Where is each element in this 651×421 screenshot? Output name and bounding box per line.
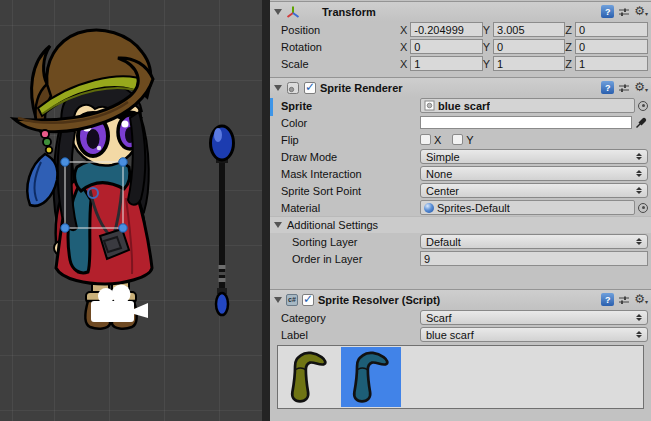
flip-x-label: X — [434, 134, 441, 146]
eyedropper-icon[interactable] — [635, 116, 648, 129]
sprite-sort-point-dropdown[interactable]: Center — [420, 183, 648, 198]
component-enabled-checkbox[interactable] — [304, 82, 316, 94]
selection-handle[interactable] — [61, 158, 69, 166]
help-icon[interactable]: ? — [601, 81, 614, 94]
gear-icon[interactable]: ⚙▾ — [634, 81, 648, 94]
help-icon[interactable]: ? — [601, 5, 614, 18]
draw-mode-dropdown[interactable]: Simple — [420, 149, 648, 164]
draw-mode-value: Simple — [426, 151, 460, 163]
thumbnail-blue-scarf-selected[interactable] — [341, 347, 401, 407]
thumbnail-green-scarf[interactable] — [279, 347, 339, 407]
draw-mode-label: Draw Mode — [281, 151, 420, 163]
selection-handle[interactable] — [119, 158, 127, 166]
dropdown-arrow-icon — [636, 331, 642, 338]
color-row: Color — [270, 114, 651, 131]
category-value: Scarf — [426, 312, 452, 324]
inspector-panel: Transform ? ⚙▾ Position X Y Z Rotation X… — [270, 0, 651, 421]
mask-interaction-label: Mask Interaction — [281, 168, 420, 180]
transform-icon — [286, 5, 300, 19]
gear-icon[interactable]: ⚙▾ — [634, 293, 648, 306]
prefab-override-bar — [270, 98, 273, 116]
mask-interaction-dropdown[interactable]: None — [420, 166, 648, 181]
transform-header[interactable]: Transform ? ⚙▾ — [270, 1, 651, 21]
position-x-field[interactable] — [410, 22, 482, 37]
material-label: Material — [281, 202, 420, 214]
rotation-y-field[interactable] — [493, 39, 565, 54]
flip-label: Flip — [281, 134, 420, 146]
foldout-icon[interactable] — [274, 297, 282, 303]
sorting-layer-label: Sorting Layer — [281, 236, 420, 248]
sprite-value: blue scarf — [438, 100, 490, 112]
material-row: Material Sprites-Default — [270, 199, 651, 216]
dropdown-arrow-icon — [636, 170, 642, 177]
sprite-renderer-component: Sprite Renderer ? ⚙▾ Sprite — [270, 77, 651, 267]
sprite-resolver-header[interactable]: c# Sprite Resolver (Script) ? ⚙▾ — [270, 289, 651, 309]
x-axis-label: X — [400, 24, 407, 36]
material-value: Sprites-Default — [437, 202, 510, 214]
flip-x-checkbox[interactable] — [420, 134, 431, 145]
object-picker-icon[interactable] — [638, 101, 648, 111]
order-in-layer-label: Order in Layer — [281, 253, 420, 265]
staff-sprite[interactable] — [211, 126, 234, 315]
label-row: Label blue scarf — [270, 326, 651, 343]
flip-y-label: Y — [466, 134, 473, 146]
foldout-icon[interactable] — [274, 222, 282, 228]
scene-canvas — [0, 0, 262, 421]
foldout-icon[interactable] — [274, 9, 282, 15]
presets-icon[interactable] — [618, 82, 630, 94]
sorting-layer-row: Sorting Layer Default — [270, 233, 651, 250]
order-in-layer-field[interactable] — [420, 251, 648, 266]
rotation-z-field[interactable] — [575, 39, 648, 54]
sprite-renderer-header[interactable]: Sprite Renderer ? ⚙▾ — [270, 77, 651, 97]
flip-y-checkbox[interactable] — [452, 134, 463, 145]
presets-icon[interactable] — [618, 6, 630, 18]
sprite-resolver-component: c# Sprite Resolver (Script) ? ⚙▾ Categor… — [270, 289, 651, 409]
category-dropdown[interactable]: Scarf — [420, 310, 648, 325]
character-sprite[interactable] — [14, 30, 153, 329]
sprite-object-field[interactable]: blue scarf — [420, 98, 635, 113]
selection-handle[interactable] — [119, 224, 127, 232]
sorting-layer-dropdown[interactable]: Default — [420, 234, 648, 249]
help-icon[interactable]: ? — [601, 293, 614, 306]
scene-view[interactable] — [0, 0, 262, 421]
component-title: Sprite Resolver (Script) — [318, 294, 440, 306]
scale-z-field[interactable] — [575, 56, 648, 71]
dropdown-arrow-icon — [636, 314, 642, 321]
scale-y-field[interactable] — [493, 56, 565, 71]
z-axis-label: Z — [565, 24, 572, 36]
panel-divider[interactable] — [262, 0, 270, 421]
position-label: Position — [281, 24, 400, 36]
position-y-field[interactable] — [493, 22, 565, 37]
label-value: blue scarf — [426, 329, 474, 341]
csharp-script-icon: c# — [286, 294, 298, 306]
component-enabled-checkbox[interactable] — [302, 294, 314, 306]
position-row: Position X Y Z — [270, 21, 651, 38]
sprite-renderer-icon — [286, 81, 300, 95]
order-in-layer-row: Order in Layer — [270, 250, 651, 267]
sprite-row: Sprite blue scarf — [270, 97, 651, 114]
additional-settings-foldout[interactable]: Additional Settings — [270, 216, 651, 233]
flip-row: Flip X Y — [270, 131, 651, 148]
selection-handle[interactable] — [61, 224, 69, 232]
gear-icon[interactable]: ⚙▾ — [634, 5, 648, 18]
sprite-label: Sprite — [281, 100, 420, 112]
sprite-mini-icon — [424, 100, 435, 111]
presets-icon[interactable] — [618, 294, 630, 306]
label-label: Label — [281, 329, 420, 341]
draw-mode-row: Draw Mode Simple — [270, 148, 651, 165]
label-dropdown[interactable]: blue scarf — [420, 327, 648, 342]
rotation-x-field[interactable] — [410, 39, 482, 54]
scale-label: Scale — [281, 58, 400, 70]
category-row: Category Scarf — [270, 309, 651, 326]
rotation-label: Rotation — [281, 41, 400, 53]
scale-x-field[interactable] — [410, 56, 482, 71]
sprite-sort-point-row: Sprite Sort Point Center — [270, 182, 651, 199]
mask-interaction-value: None — [426, 168, 452, 180]
mask-interaction-row: Mask Interaction None — [270, 165, 651, 182]
position-z-field[interactable] — [575, 22, 648, 37]
material-object-field[interactable]: Sprites-Default — [420, 200, 635, 215]
object-picker-icon[interactable] — [638, 203, 648, 213]
foldout-icon[interactable] — [274, 85, 282, 91]
color-swatch[interactable] — [420, 116, 632, 129]
y-axis-label: Y — [483, 24, 490, 36]
